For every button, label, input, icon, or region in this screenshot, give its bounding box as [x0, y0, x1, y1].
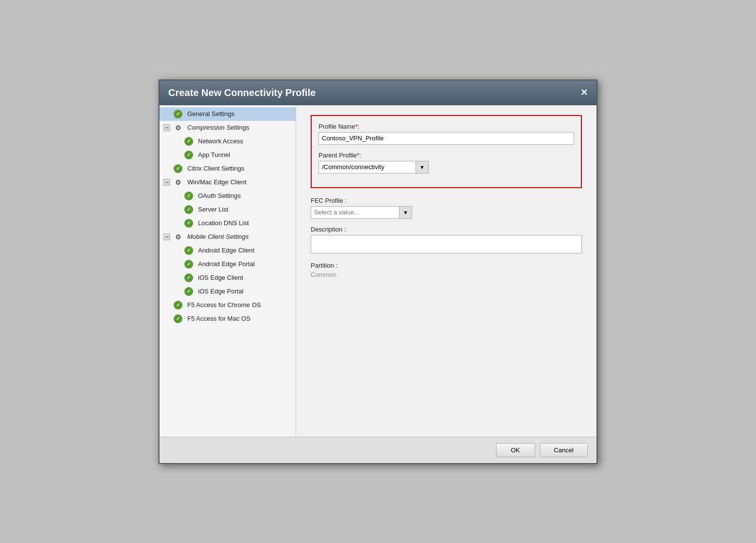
sidebar-item-label-general-settings: General Settings: [187, 110, 235, 117]
dialog: Create New Connectivity Profile ✕ ✓Gener…: [159, 79, 597, 464]
sidebar-item-label-location-dns-list: Location DNS List: [198, 219, 249, 227]
profile-name-group: Profile Name*:: [318, 123, 574, 145]
sidebar-item-app-tunnel[interactable]: ✓App Tunnel: [159, 148, 296, 162]
partition-value: Common: [311, 271, 582, 278]
sidebar-item-general-settings[interactable]: ✓General Settings: [159, 107, 296, 121]
sidebar-item-server-list[interactable]: ✓Server List: [159, 203, 296, 216]
parent-profile-label: Parent Profile*:: [318, 152, 574, 159]
green-icon-general-settings: ✓: [174, 110, 182, 118]
parent-profile-dropdown-btn[interactable]: ▼: [416, 161, 429, 174]
fec-profile-group: FEC Profile : ▼: [311, 197, 582, 219]
green-icon-f5-access-chrome: ✓: [174, 301, 182, 310]
sidebar-item-label-win-mac-edge-client: Win/Mac Edge Client: [187, 178, 246, 186]
parent-profile-select-group: ▼: [318, 161, 574, 174]
sidebar-item-oauth-settings[interactable]: ✓OAuth Settings: [159, 189, 296, 203]
green-icon-server-list: ✓: [184, 205, 193, 214]
ok-button[interactable]: OK: [496, 443, 535, 457]
sidebar-item-label-android-edge-client: Android Edge Client: [198, 247, 255, 254]
dialog-footer: OK Cancel: [159, 437, 597, 463]
gear-icon-win-mac-edge-client: ⚙: [174, 178, 182, 187]
green-icon-ios-edge-client: ✓: [184, 273, 193, 282]
description-label: Description :: [311, 226, 582, 233]
fec-profile-label: FEC Profile :: [311, 197, 582, 204]
gear-icon-compression-settings: ⚙: [174, 123, 182, 132]
title-bar: Create New Connectivity Profile ✕: [159, 80, 597, 105]
green-icon-app-tunnel: ✓: [184, 151, 193, 159]
parent-profile-group: Parent Profile*: ▼: [318, 152, 574, 174]
sidebar: ✓General Settings−⚙Compression Settings✓…: [159, 105, 296, 437]
sidebar-item-label-ios-edge-client: iOS Edge Client: [198, 274, 243, 281]
sidebar-item-compression-settings[interactable]: −⚙Compression Settings: [159, 121, 296, 135]
green-icon-oauth-settings: ✓: [184, 192, 193, 200]
green-icon-android-edge-portal: ✓: [184, 260, 193, 269]
fec-select-group: ▼: [311, 206, 582, 219]
sidebar-item-label-f5-access-chrome: F5 Access for Chrome OS: [187, 301, 261, 309]
profile-name-label: Profile Name*:: [318, 123, 574, 130]
dialog-body: ✓General Settings−⚙Compression Settings✓…: [159, 105, 597, 437]
sidebar-item-ios-edge-client[interactable]: ✓iOS Edge Client: [159, 271, 296, 285]
sidebar-item-label-compression-settings: Compression Settings: [187, 124, 249, 131]
sidebar-item-citrix-client-settings[interactable]: ✓Citrix Client Settings: [159, 162, 296, 175]
description-input[interactable]: [311, 235, 582, 253]
sidebar-item-network-access[interactable]: ✓Network Access: [159, 135, 296, 148]
cancel-button[interactable]: Cancel: [540, 443, 588, 457]
collapse-icon-mobile-client-settings[interactable]: −: [163, 233, 170, 240]
description-group: Description :: [311, 226, 582, 255]
sidebar-item-label-app-tunnel: App Tunnel: [198, 151, 230, 158]
green-icon-android-edge-client: ✓: [184, 246, 193, 255]
sidebar-item-win-mac-edge-client[interactable]: −⚙Win/Mac Edge Client: [159, 175, 296, 189]
sidebar-item-label-android-edge-portal: Android Edge Portal: [198, 260, 255, 268]
sidebar-item-android-edge-client[interactable]: ✓Android Edge Client: [159, 244, 296, 257]
collapse-icon-win-mac-edge-client[interactable]: −: [163, 179, 170, 186]
dialog-title: Create New Connectivity Profile: [168, 87, 316, 98]
green-icon-citrix-client-settings: ✓: [174, 164, 182, 173]
fec-profile-input[interactable]: [311, 206, 399, 219]
sidebar-item-android-edge-portal[interactable]: ✓Android Edge Portal: [159, 257, 296, 271]
sidebar-item-label-network-access: Network Access: [198, 137, 243, 145]
collapse-icon-compression-settings[interactable]: −: [163, 124, 170, 131]
sidebar-item-mobile-client-settings[interactable]: −⚙Mobile Client Settings: [159, 230, 296, 244]
sidebar-item-label-mobile-client-settings: Mobile Client Settings: [187, 233, 249, 240]
sidebar-item-location-dns-list[interactable]: ✓Location DNS List: [159, 216, 296, 230]
sidebar-item-label-server-list: Server List: [198, 206, 228, 213]
sidebar-item-f5-access-chrome[interactable]: ✓F5 Access for Chrome OS: [159, 298, 296, 312]
green-icon-f5-access-mac: ✓: [174, 314, 182, 323]
gear-icon-mobile-client-settings: ⚙: [174, 233, 182, 241]
main-content: Profile Name*: Parent Profile*: ▼: [296, 105, 597, 437]
sidebar-item-label-citrix-client-settings: Citrix Client Settings: [187, 165, 244, 172]
highlighted-section: Profile Name*: Parent Profile*: ▼: [311, 115, 582, 188]
partition-group: Partition : Common: [311, 262, 582, 278]
green-icon-network-access: ✓: [184, 137, 193, 146]
sidebar-item-f5-access-mac[interactable]: ✓F5 Access for Mac OS: [159, 312, 296, 326]
sidebar-item-label-oauth-settings: OAuth Settings: [198, 192, 240, 199]
green-icon-location-dns-list: ✓: [184, 219, 193, 228]
fec-profile-dropdown-btn[interactable]: ▼: [399, 206, 412, 219]
green-icon-ios-edge-portal: ✓: [184, 287, 193, 296]
sidebar-item-label-ios-edge-portal: iOS Edge Portal: [198, 288, 243, 295]
profile-name-input[interactable]: [318, 132, 574, 145]
sidebar-item-ios-edge-portal[interactable]: ✓iOS Edge Portal: [159, 285, 296, 298]
sidebar-item-label-f5-access-mac: F5 Access for Mac OS: [187, 315, 250, 322]
parent-profile-input[interactable]: [318, 161, 416, 174]
close-button[interactable]: ✕: [580, 88, 588, 97]
partition-label: Partition :: [311, 262, 582, 269]
